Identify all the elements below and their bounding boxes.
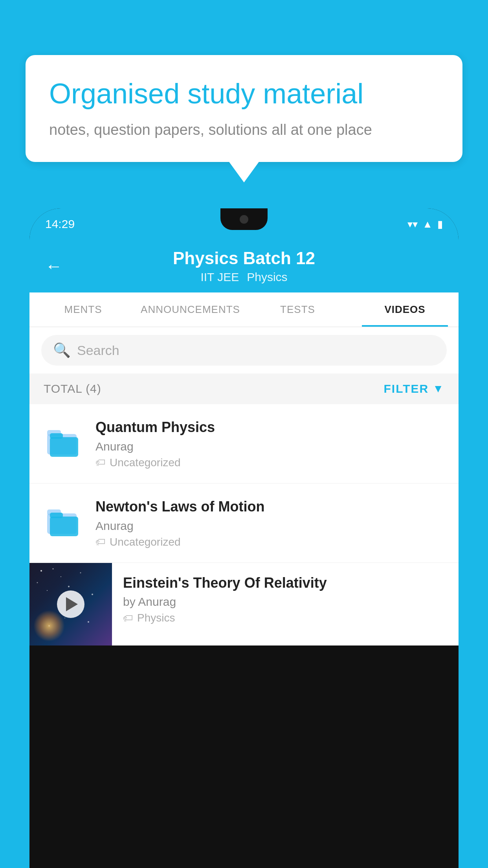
content-area: Quantum Physics Anurag 🏷 Uncategorized [29, 404, 459, 645]
svg-point-8 [40, 570, 42, 572]
video-info: Quantum Physics Anurag 🏷 Uncategorized [95, 418, 447, 469]
status-time: 14:29 [45, 217, 75, 231]
tag-label: Uncategorized [110, 536, 181, 548]
tab-ments[interactable]: MENTS [29, 292, 137, 327]
wifi-icon: ▾▾ [407, 218, 418, 230]
tag-label: Physics [137, 612, 175, 624]
speech-bubble-container: Organised study material notes, question… [26, 55, 462, 162]
tab-announcements[interactable]: ANNOUNCEMENTS [137, 292, 244, 327]
total-count: TOTAL (4) [44, 382, 101, 395]
tab-videos[interactable]: VIDEOS [351, 292, 459, 327]
header-title: Physics Batch 12 [173, 248, 315, 268]
video-title: Quantum Physics [95, 418, 447, 437]
list-item[interactable]: Newton's Laws of Motion Anurag 🏷 Uncateg… [29, 484, 459, 563]
filter-button[interactable]: FILTER ▼ [384, 382, 444, 395]
phone-frame: 14:29 ▾▾ ▲ ▮ ← Physics Batch 12 IIT JEE … [29, 208, 459, 868]
filter-icon: ▼ [433, 383, 444, 395]
bubble-title: Organised study material [49, 77, 439, 110]
svg-point-10 [61, 576, 61, 577]
video-author: Anurag [95, 519, 447, 533]
header-subtitle-part1: IIT JEE [200, 270, 239, 284]
svg-rect-7 [50, 513, 63, 518]
video-author: by Anurag [123, 595, 447, 609]
video-title: Einstein's Theory Of Relativity [123, 574, 447, 592]
tab-tests[interactable]: TESTS [244, 292, 351, 327]
svg-rect-6 [50, 517, 78, 536]
video-tag: 🏷 Physics [123, 612, 447, 624]
video-info: Newton's Laws of Motion Anurag 🏷 Uncateg… [95, 498, 447, 548]
tabs-bar: MENTS ANNOUNCEMENTS TESTS VIDEOS [29, 292, 459, 327]
status-icons: ▾▾ ▲ ▮ [407, 218, 443, 230]
filter-label: FILTER [384, 382, 429, 395]
svg-point-17 [64, 618, 65, 618]
svg-point-9 [53, 568, 54, 569]
tag-icon: 🏷 [95, 536, 106, 548]
video-author: Anurag [95, 440, 447, 453]
svg-point-12 [68, 586, 70, 587]
search-placeholder: Search [77, 343, 119, 358]
header-subtitle: IIT JEE Physics [200, 270, 287, 284]
status-bar: 14:29 ▾▾ ▲ ▮ [29, 208, 459, 240]
folder-icon [45, 502, 81, 537]
notch [220, 208, 268, 230]
camera-dot [240, 215, 248, 224]
svg-point-14 [80, 572, 81, 573]
video-tag: 🏷 Uncategorized [95, 536, 447, 548]
svg-rect-2 [50, 437, 78, 457]
folder-icon-container [41, 498, 84, 541]
back-button[interactable]: ← [45, 256, 62, 276]
video-info: Einstein's Theory Of Relativity by Anura… [112, 563, 447, 636]
svg-point-16 [49, 625, 50, 626]
svg-point-18 [88, 621, 89, 623]
list-item[interactable]: Quantum Physics Anurag 🏷 Uncategorized [29, 404, 459, 484]
tag-icon: 🏷 [123, 612, 133, 624]
app-header: ← Physics Batch 12 IIT JEE Physics [29, 240, 459, 292]
svg-point-13 [47, 590, 48, 591]
video-title: Newton's Laws of Motion [95, 498, 447, 516]
svg-point-15 [92, 594, 93, 595]
search-icon: 🔍 [53, 342, 71, 359]
list-item[interactable]: Einstein's Theory Of Relativity by Anura… [29, 563, 459, 645]
speech-bubble: Organised study material notes, question… [26, 55, 462, 162]
stars-decoration [29, 563, 112, 645]
filter-bar: TOTAL (4) FILTER ▼ [29, 373, 459, 404]
search-container: 🔍 Search [29, 327, 459, 373]
folder-icon-container [41, 418, 84, 462]
header-subtitle-part2: Physics [247, 270, 287, 284]
bubble-subtitle: notes, question papers, solutions all at… [49, 121, 439, 138]
video-thumbnail [29, 563, 112, 645]
folder-icon [45, 422, 81, 458]
search-bar[interactable]: 🔍 Search [41, 335, 447, 366]
battery-icon: ▮ [437, 218, 443, 230]
svg-rect-3 [50, 433, 63, 439]
signal-icon: ▲ [422, 218, 433, 230]
tag-label: Uncategorized [110, 456, 181, 469]
video-tag: 🏷 Uncategorized [95, 456, 447, 469]
svg-point-11 [37, 582, 38, 583]
tag-icon: 🏷 [95, 456, 106, 469]
